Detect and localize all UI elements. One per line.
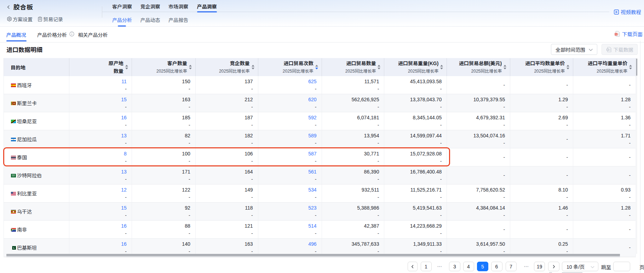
- svg-text:PDF: PDF: [615, 33, 618, 35]
